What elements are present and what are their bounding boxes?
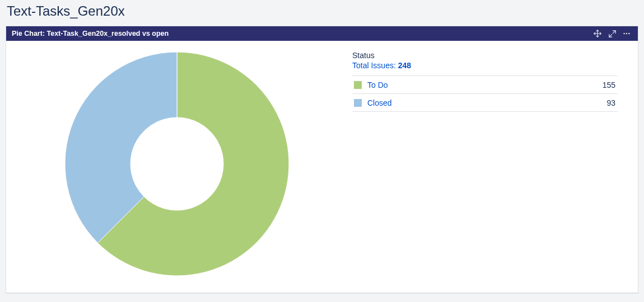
legend-area: Status Total Issues: 248 To Do155Closed9… xyxy=(348,49,638,279)
svg-point-2 xyxy=(628,33,629,34)
legend-swatch xyxy=(354,99,362,107)
more-icon[interactable] xyxy=(621,28,632,39)
total-issues-value: 248 xyxy=(398,61,411,70)
chart-area xyxy=(6,49,348,279)
legend-row[interactable]: To Do155 xyxy=(352,76,618,94)
donut-chart xyxy=(59,46,295,281)
legend-table: To Do155Closed93 xyxy=(352,76,618,112)
svg-point-0 xyxy=(623,33,624,34)
pie-chart-gadget: Pie Chart: Text-Task_Gen20x_resolved vs … xyxy=(6,26,638,293)
legend-swatch xyxy=(354,81,362,89)
svg-point-1 xyxy=(626,33,627,34)
total-issues-label: Total Issues: xyxy=(352,61,398,70)
legend-count: 155 xyxy=(543,76,618,94)
gadget-title: Pie Chart: Text-Task_Gen20x_resolved vs … xyxy=(12,30,169,37)
legend-count: 93 xyxy=(543,94,618,112)
gadget-body: Status Total Issues: 248 To Do155Closed9… xyxy=(6,41,638,292)
expand-icon[interactable] xyxy=(606,28,618,39)
page-title: Text-Tasks_Gen20x xyxy=(6,0,638,26)
legend-label: To Do xyxy=(367,81,388,89)
status-label: Status xyxy=(352,51,618,60)
move-icon[interactable] xyxy=(592,28,603,39)
total-issues[interactable]: Total Issues: 248 xyxy=(352,61,618,70)
gadget-header: Pie Chart: Text-Task_Gen20x_resolved vs … xyxy=(6,26,638,41)
legend-label: Closed xyxy=(367,98,392,107)
legend-row[interactable]: Closed93 xyxy=(352,94,618,112)
